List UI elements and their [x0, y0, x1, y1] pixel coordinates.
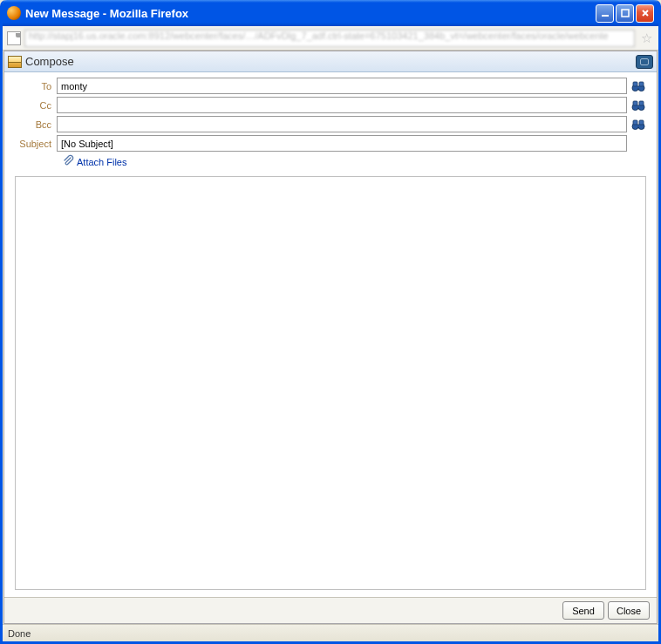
svg-rect-15 — [633, 120, 637, 125]
svg-rect-10 — [633, 101, 637, 105]
to-lookup-button[interactable] — [630, 78, 646, 94]
status-text: Done — [8, 628, 31, 639]
paperclip-icon — [62, 154, 74, 169]
to-input[interactable] — [57, 78, 627, 94]
compose-header: Compose — [4, 51, 657, 72]
window-frame: New Message - Mozilla Firefox http://sta… — [0, 0, 661, 644]
svg-rect-6 — [639, 82, 644, 86]
cc-lookup-button[interactable] — [630, 98, 646, 113]
binoculars-icon — [631, 99, 645, 112]
to-label: To — [15, 81, 57, 92]
subject-label: Subject — [15, 139, 57, 149]
status-bar: Done — [3, 624, 658, 641]
cc-input[interactable] — [57, 97, 627, 113]
cc-label: Cc — [15, 100, 57, 111]
subject-input[interactable] — [57, 135, 627, 152]
firefox-icon — [7, 6, 21, 20]
close-window-button[interactable] — [636, 4, 654, 23]
svg-rect-16 — [639, 120, 644, 125]
compose-title: Compose — [25, 55, 636, 68]
attach-files-link[interactable]: Attach Files — [77, 157, 126, 167]
bcc-row: Bcc — [15, 116, 646, 132]
maximize-button[interactable] — [616, 4, 634, 23]
svg-rect-14 — [637, 125, 640, 126]
url-input[interactable]: http://stapj16.us.oracle.com:8912/webcen… — [24, 30, 635, 47]
close-button[interactable]: Close — [608, 601, 650, 620]
svg-rect-11 — [639, 101, 644, 105]
message-body-textarea[interactable] — [15, 176, 646, 590]
detach-icon[interactable] — [636, 55, 653, 69]
send-button[interactable]: Send — [562, 601, 604, 620]
button-bar: Send Close — [4, 597, 657, 623]
to-row: To — [15, 78, 646, 94]
binoculars-icon — [631, 119, 645, 131]
bcc-label: Bcc — [15, 119, 57, 130]
bookmark-star-icon[interactable]: ☆ — [638, 31, 654, 46]
window-title: New Message - Mozilla Firefox — [25, 7, 596, 20]
svg-rect-9 — [637, 105, 640, 107]
svg-rect-0 — [602, 15, 609, 17]
attach-row: Attach Files — [15, 154, 646, 169]
bcc-lookup-button[interactable] — [630, 117, 646, 132]
binoculars-icon — [631, 80, 645, 92]
bcc-input[interactable] — [57, 116, 627, 132]
window-controls — [596, 4, 654, 23]
fields-section: To Cc — [4, 72, 657, 176]
minimize-button[interactable] — [596, 4, 614, 23]
svg-rect-4 — [637, 86, 640, 88]
cc-row: Cc — [15, 97, 646, 113]
subject-row: Subject — [15, 135, 646, 152]
envelope-icon — [8, 56, 22, 68]
titlebar[interactable]: New Message - Mozilla Firefox — [3, 0, 658, 26]
content-area: Compose To Cc — [3, 51, 658, 624]
page-icon — [7, 31, 21, 45]
address-bar: http://stapj16.us.oracle.com:8912/webcen… — [3, 26, 658, 51]
svg-rect-5 — [633, 82, 637, 86]
svg-rect-1 — [622, 10, 629, 17]
